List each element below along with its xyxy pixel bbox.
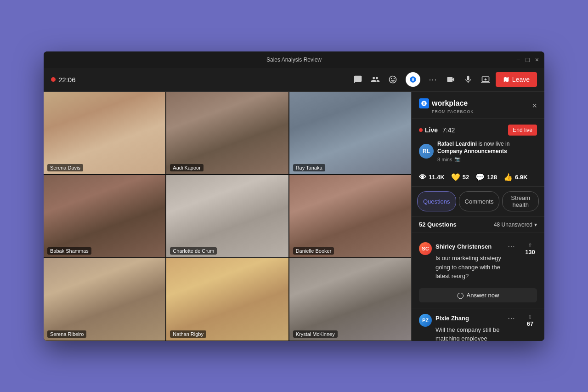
question-text-2: Will the company still be matching emplo… [435,325,516,341]
presenter-row: RL Rafael Leardini is now live in Compan… [419,140,537,163]
participant-name-8: Nathan Rigby [170,330,206,338]
reaction-icon: 💛 [451,173,460,182]
video-grid: Serena Davis Aadi Kapoor Ray Tanaka Baba… [44,92,411,341]
answer-now-label-1: Answer now [467,292,499,299]
stat-views: 👁 11.4K [419,173,445,182]
video-cell-2: Aadi Kapoor [166,92,288,174]
workplace-logo: workplace from FACEBOOK [419,98,474,114]
workplace-name: workplace [432,99,468,108]
question-body-2: PZ Pixie Zhang ⋯ Will the company still … [419,314,537,341]
sidebar-header: workplace from FACEBOOK × [412,92,544,119]
likes-icon: 👍 [503,173,513,182]
presenter-info: Rafael Leardini is now live in Company A… [437,140,537,163]
answer-now-icon: ◯ [457,292,464,299]
app-window: Sales Analysis Review − □ × 22:06 [44,51,544,341]
participant-name-1: Serena Davis [47,164,83,171]
main-content: Serena Davis Aadi Kapoor Ray Tanaka Baba… [44,92,544,341]
presenter-time: 8 mins [437,157,452,162]
video-cell-7: Serena Ribeiro [44,258,165,341]
participant-name-7: Serena Ribeiro [47,330,86,338]
questions-list: SC Shirley Christensen ⋯ Is our marketin… [412,233,544,341]
recording-indicator: 22:06 [51,76,76,84]
share-screen-icon[interactable] [481,75,490,84]
close-sidebar-button[interactable]: × [532,101,537,111]
recording-dot [51,77,56,82]
question-card-2: PZ Pixie Zhang ⋯ Will the company still … [412,308,544,341]
reactions-count: 52 [463,174,469,181]
maximize-button[interactable]: □ [526,57,529,63]
unanswered-filter[interactable]: 48 Unanswered ▾ [494,222,537,228]
filter-chevron-icon: ▾ [534,222,537,228]
participant-name-3: Ray Tanaka [293,164,325,171]
tab-comments[interactable]: Comments [459,191,500,211]
vote-count-1: ⇧ 130 [523,242,537,284]
participant-name-6: Danielle Booker [293,247,334,255]
close-button[interactable]: × [535,57,539,63]
comments-icon: 💬 [475,173,485,182]
vote-up-icon-1[interactable]: ⇧ [528,242,532,249]
question-card-header-1: Shirley Christensen ⋯ [435,242,516,251]
live-badge: Live [419,126,438,134]
views-count: 11.4K [429,174,445,181]
leave-label: Leave [512,76,530,83]
presenter-name: Rafael Leardini [437,141,477,147]
question-body-1: SC Shirley Christensen ⋯ Is our marketin… [419,242,537,284]
live-timer: 7:42 [442,126,455,134]
leave-button[interactable]: Leave [496,72,537,87]
question-content-2: Pixie Zhang ⋯ Will the company still be … [435,314,516,341]
vote-number-2: 67 [527,320,533,327]
participants-icon[interactable] [371,75,380,84]
question-username-1: Shirley Christensen [435,243,492,250]
question-card-1: SC Shirley Christensen ⋯ Is our marketin… [412,237,544,308]
more-options-button[interactable]: ⋯ [429,74,438,85]
stats-row: 👁 11.4K 💛 52 💬 128 👍 6.9K [412,168,544,187]
tab-stream-health[interactable]: Stream health [502,191,539,211]
participant-name-9: Krystal McKinney [293,330,338,338]
presenter-channel: Company Announcements [437,148,507,154]
toolbar: 22:06 ⋯ [44,68,544,92]
end-live-button[interactable]: End live [508,125,537,136]
likes-count: 6.9K [515,174,527,181]
minimize-button[interactable]: − [516,57,520,63]
video-cell-1: Serena Davis [44,92,165,174]
presenter-meta-icon: 📷 [454,156,461,162]
sidebar: workplace from FACEBOOK × Live 7:42 End … [411,92,544,341]
tab-questions[interactable]: Questions [417,191,456,211]
unanswered-count: 48 Unanswered [494,222,532,228]
stat-comments: 💬 128 [475,173,497,182]
question-content-1: Shirley Christensen ⋯ Is our marketing s… [435,242,516,284]
participant-name-4: Babak Shammas [47,247,91,255]
window-title: Sales Analysis Review [266,57,322,63]
live-section: Live 7:42 End live RL Rafael Leardini is… [412,119,544,169]
question-more-1[interactable]: ⋯ [508,242,516,251]
participant-name-2: Aadi Kapoor [170,164,204,171]
title-bar: Sales Analysis Review − □ × [44,51,544,68]
camera-icon[interactable] [446,75,455,84]
questions-header: 52 Questions 48 Unanswered ▾ [412,216,544,233]
presenter-meta: 8 mins 📷 [437,156,537,162]
vote-up-icon-2[interactable]: ⇧ [528,314,532,320]
workplace-button[interactable] [406,72,420,87]
tabs-row: Questions Comments Stream health [412,187,544,216]
workplace-sub: from FACEBOOK [432,109,474,114]
question-username-2: Pixie Zhang [435,315,469,322]
stat-likes: 👍 6.9K [503,173,527,182]
chat-icon[interactable] [353,75,362,84]
video-cell-3: Ray Tanaka [289,92,411,174]
views-icon: 👁 [419,173,426,182]
question-more-2[interactable]: ⋯ [508,314,516,323]
comments-count: 128 [487,174,497,181]
question-avatar-2: PZ [419,314,432,327]
microphone-icon[interactable] [464,75,473,84]
live-row: Live 7:42 End live [419,125,537,136]
video-cell-6: Danielle Booker [289,175,411,257]
reactions-icon[interactable] [388,75,397,84]
presenter-text: Rafael Leardini is now live in Company A… [437,140,537,156]
workplace-logo-icon [419,98,429,108]
question-avatar-1: SC [419,242,432,255]
stat-reactions: 💛 52 [451,173,469,182]
participant-name-5: Charlotte de Crum [170,247,217,255]
questions-count: 52 Questions [419,221,457,228]
question-text-1: Is our marketing strategy going to chang… [435,254,516,281]
answer-now-button-1[interactable]: ◯ Answer now [419,288,537,302]
